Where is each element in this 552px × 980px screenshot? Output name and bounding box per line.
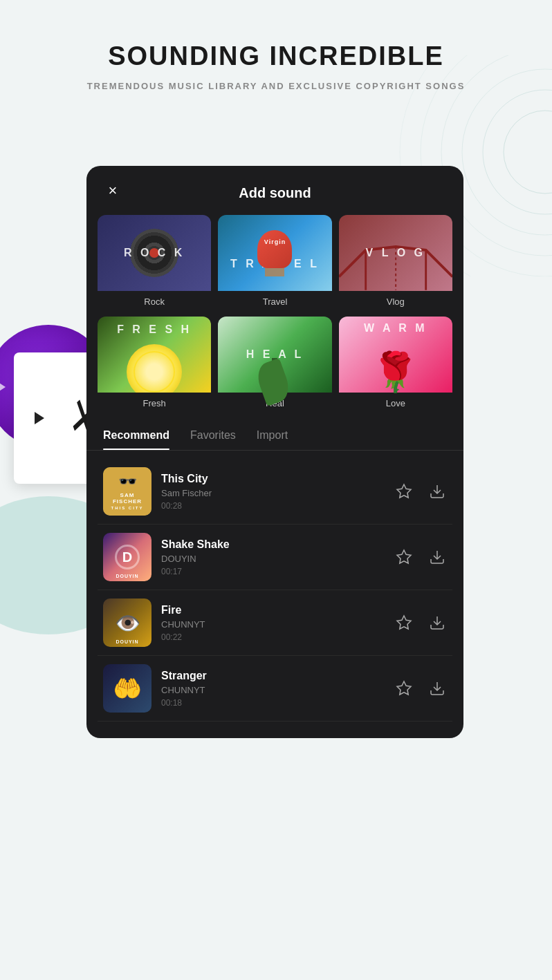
song-thumb-shake-shake: D DOUYIN	[103, 533, 151, 581]
page-title: SOUNDING INCREDIBLE	[28, 41, 524, 71]
song-item-shake-shake[interactable]: D DOUYIN Shake Shake DOUYIN 00:17	[98, 525, 452, 590]
song-thumb-fire: 👁️ DOUYIN	[103, 599, 151, 647]
modal-header: × Add sound	[86, 166, 463, 215]
song-artist: CHUNNYT	[161, 685, 385, 695]
song-title: This City	[161, 473, 385, 485]
song-duration: 00:18	[161, 698, 385, 708]
song-item-fire[interactable]: 👁️ DOUYIN Fire CHUNNYT 00:22	[98, 590, 452, 656]
song-artist: DOUYIN	[161, 554, 385, 564]
modal-title: Add sound	[239, 185, 311, 201]
svg-marker-15	[397, 681, 411, 695]
genre-item-love[interactable]: 🌹 W A R M Love	[339, 317, 452, 411]
download-button[interactable]	[427, 482, 447, 501]
genre-label-rock: R O C K	[124, 247, 185, 259]
song-info-stranger: Stranger CHUNNYT 00:18	[161, 670, 385, 708]
genre-grid: R O C K Rock Virgin T R A V E L Travel	[86, 215, 463, 422]
svg-marker-13	[397, 616, 411, 629]
song-title: Stranger	[161, 670, 385, 682]
genre-name-fresh: Fresh	[98, 393, 211, 411]
page-subtitle: TREMENDOUS MUSIC LIBRARY AND EXCLUSIVE C…	[28, 81, 524, 91]
genre-item-fresh[interactable]: F R E S H Fresh	[98, 317, 211, 411]
close-button[interactable]: ×	[103, 181, 122, 200]
page-header: SOUNDING INCREDIBLE TREMENDOUS MUSIC LIB…	[0, 0, 552, 112]
tab-favorites[interactable]: Favorites	[190, 429, 236, 450]
favorite-button[interactable]	[394, 482, 414, 501]
tab-import[interactable]: Import	[257, 429, 288, 450]
download-button[interactable]	[427, 547, 447, 567]
song-actions	[394, 482, 447, 501]
song-title: Shake Shake	[161, 538, 385, 551]
genre-label-fresh: F R E S H	[117, 323, 192, 336]
genre-item-travel[interactable]: Virgin T R A V E L Travel	[218, 215, 331, 310]
genre-label-love: W A R M	[364, 322, 427, 334]
song-info-fire: Fire CHUNNYT 00:22	[161, 604, 385, 642]
genre-name-travel: Travel	[218, 291, 331, 310]
download-button[interactable]	[427, 613, 447, 632]
song-title: Fire	[161, 604, 385, 616]
play-icon	[35, 412, 44, 424]
tabs: Recommend Favorites Import	[86, 422, 463, 451]
tab-recommend[interactable]: Recommend	[103, 429, 169, 450]
svg-marker-11	[397, 550, 411, 563]
song-thumb-this-city: 🕶️ SAM FISCHER THIS CITY	[103, 467, 151, 516]
song-thumb-stranger: 🤲	[103, 664, 151, 713]
favorite-button[interactable]	[394, 679, 414, 698]
song-info-shake-shake: Shake Shake DOUYIN 00:17	[161, 538, 385, 576]
genre-item-heal[interactable]: H E A L Heal	[218, 317, 331, 411]
song-duration: 00:22	[161, 632, 385, 642]
song-list: 🕶️ SAM FISCHER THIS CITY This City Sam F…	[86, 456, 463, 724]
song-item-this-city[interactable]: 🕶️ SAM FISCHER THIS CITY This City Sam F…	[98, 459, 452, 525]
song-info-this-city: This City Sam Fischer 00:28	[161, 473, 385, 511]
genre-item-vlog[interactable]: V L O G Vlog	[339, 215, 452, 310]
favorite-button[interactable]	[394, 547, 414, 567]
download-button[interactable]	[427, 679, 447, 698]
genre-name-vlog: Vlog	[339, 291, 452, 310]
song-artist: Sam Fischer	[161, 488, 385, 498]
svg-point-0	[504, 111, 552, 194]
song-duration: 00:17	[161, 567, 385, 576]
svg-marker-9	[397, 484, 411, 498]
song-actions	[394, 613, 447, 632]
genre-item-rock[interactable]: R O C K Rock	[98, 215, 211, 310]
song-item-stranger[interactable]: 🤲 Stranger CHUNNYT 00:18	[98, 656, 452, 722]
favorite-button[interactable]	[394, 613, 414, 632]
song-artist: CHUNNYT	[161, 619, 385, 630]
genre-name-love: Love	[339, 393, 452, 411]
song-actions	[394, 547, 447, 567]
genre-label-heal: H E A L	[246, 348, 304, 361]
add-sound-modal: × Add sound R O C K Rock Virgin	[86, 166, 463, 738]
genre-name-rock: Rock	[98, 291, 211, 310]
genre-label-vlog: V L O G	[366, 247, 425, 259]
song-duration: 00:28	[161, 501, 385, 511]
song-actions	[394, 679, 447, 698]
